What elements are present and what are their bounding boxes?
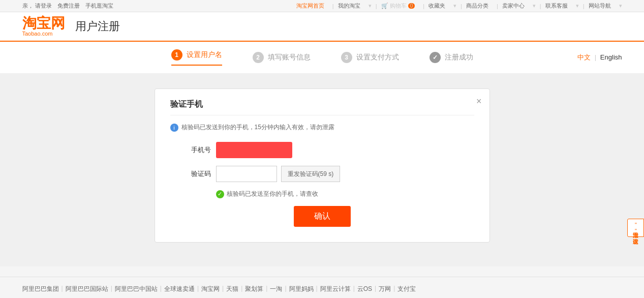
dialog-title: 验证手机 <box>170 99 474 115</box>
step-2-circle: 2 <box>253 52 264 63</box>
cart-link[interactable]: 🛒 购物车 0 <box>381 2 415 10</box>
verify-row: 验证码 重发验证码(59 s) <box>170 166 474 182</box>
logo-text: 淘宝网 <box>22 16 65 31</box>
nav-sep-7: | <box>497 3 498 9</box>
top-nav-right: 淘宝网首页 | 我的淘宝 ▾ | 🛒 购物车 0 | 收藏夹 ▾ | 商品分类 … <box>296 2 622 10</box>
footer-link-12[interactable]: 支付宝 <box>397 285 416 293</box>
footer-link-1[interactable]: 阿里巴巴国际站 <box>66 285 108 293</box>
dialog-info: i 核验码已发送到你的手机，15分钟内输入有效，请勿泄露 <box>170 123 474 132</box>
footer: 阿里巴巴集团 | 阿里巴巴国际站 | 阿里巴巴中国站 | 全球速卖通 | 淘宝网… <box>0 277 644 298</box>
lang-switcher: 中文 | English <box>577 53 622 62</box>
content-area: 验证手机 × i 核验码已发送到你的手机，15分钟内输入有效，请勿泄露 手机号 … <box>0 73 644 266</box>
footer-link-sep-5: | <box>241 285 242 293</box>
dialog-box: 验证手机 × i 核验码已发送到你的手机，15分钟内输入有效，请勿泄露 手机号 … <box>155 88 490 243</box>
nav-sep-11: | <box>583 3 585 9</box>
feedback-button[interactable]: "淘宝注册"改进建议 <box>627 219 644 237</box>
footer-link-sep-4: | <box>222 285 224 293</box>
success-text: 核验码已发送至你的手机，请查收 <box>227 190 318 198</box>
step-4-label: 注册成功 <box>445 53 473 62</box>
nav-sep-3: | <box>376 3 377 9</box>
lang-chinese[interactable]: 中文 <box>577 53 591 61</box>
step-2-label: 填写账号信息 <box>268 53 311 62</box>
nav-sep-5: ▾ <box>453 3 456 9</box>
seller-link[interactable]: 卖家中心 <box>502 2 525 10</box>
footer-link-sep-10: | <box>375 285 376 293</box>
step-3: 3 设置支付方式 <box>341 52 399 63</box>
footer-link-sep-0: | <box>62 285 63 293</box>
nav-sep-2: ▾ <box>369 3 372 9</box>
categories-link[interactable]: 商品分类 <box>466 2 488 10</box>
phone-display <box>216 142 292 158</box>
phone-row: 手机号 <box>170 142 474 158</box>
footer-link-7[interactable]: 一淘 <box>270 285 282 293</box>
nav-sep-10: ▾ <box>576 3 579 9</box>
success-icon: ✓ <box>216 190 224 198</box>
verify-code-input[interactable] <box>216 166 277 182</box>
nav-sep-4: | <box>423 3 424 9</box>
step-2: 2 填写账号信息 <box>253 52 311 63</box>
taobao-home-link[interactable]: 淘宝网首页 <box>296 2 324 10</box>
footer-link-sep-9: | <box>353 285 355 293</box>
step-4: ✓ 注册成功 <box>430 52 473 63</box>
mobile-link[interactable]: 手机逛淘宝 <box>85 3 113 9</box>
logo-sub: Taobao.com <box>22 31 53 37</box>
footer-link-sep-7: | <box>285 285 286 293</box>
register-link[interactable]: 免费注册 <box>57 3 80 9</box>
phone-label: 手机号 <box>170 145 211 155</box>
logo-area[interactable]: 淘宝网 Taobao.com <box>22 16 65 37</box>
footer-link-11[interactable]: 万网 <box>379 285 391 293</box>
footer-link-3[interactable]: 全球速卖通 <box>164 285 195 293</box>
favorites-link[interactable]: 收藏夹 <box>428 2 445 10</box>
success-message: ✓ 核验码已发送至你的手机，请查收 <box>216 190 474 198</box>
footer-link-6[interactable]: 聚划算 <box>245 285 263 293</box>
contact-link[interactable]: 联系客服 <box>545 2 568 10</box>
step-3-label: 设置支付方式 <box>356 53 399 62</box>
nav-sep-1: | <box>332 3 334 9</box>
footer-link-sep-8: | <box>316 285 318 293</box>
lang-separator: | <box>595 53 596 61</box>
guide-link[interactable]: 网站导航 <box>589 2 611 10</box>
greeting-text: 亲， <box>22 3 34 9</box>
verify-label: 验证码 <box>170 169 211 178</box>
step-3-circle: 3 <box>341 52 352 63</box>
step-1-circle: 1 <box>171 49 182 61</box>
dialog-info-text: 核验码已发送到你的手机，15分钟内输入有效，请勿泄露 <box>181 123 334 132</box>
cart-icon: 🛒 <box>381 3 390 9</box>
footer-link-2[interactable]: 阿里巴巴中国站 <box>115 285 158 293</box>
cart-label: 购物车 <box>390 3 407 9</box>
nav-sep-9: | <box>540 3 541 9</box>
footer-link-sep-2: | <box>160 285 162 293</box>
step-4-circle: ✓ <box>430 52 441 63</box>
footer-link-sep-11: | <box>393 285 395 293</box>
footer-link-sep-1: | <box>111 285 112 293</box>
confirm-button[interactable]: 确认 <box>294 206 351 227</box>
steps-area: 1 设置用户名 2 填写账号信息 3 设置支付方式 ✓ 注册成功 <box>0 42 644 73</box>
my-taobao-link[interactable]: 我的淘宝 <box>338 2 360 10</box>
resend-button[interactable]: 重发验证码(59 s) <box>281 166 341 182</box>
top-nav: 亲， 请登录 免费注册 手机逛淘宝 淘宝网首页 | 我的淘宝 ▾ | 🛒 购物车… <box>0 0 644 12</box>
footer-link-9[interactable]: 阿里云计算 <box>320 285 351 293</box>
step-1-label: 设置用户名 <box>187 50 222 59</box>
nav-sep-8: ▾ <box>533 3 536 9</box>
top-nav-left: 亲， 请登录 免费注册 手机逛淘宝 <box>22 2 117 10</box>
page-title: 用户注册 <box>75 19 120 34</box>
footer-link-10[interactable]: 云OS <box>357 285 372 293</box>
footer-link-sep-6: | <box>266 285 267 293</box>
step-1: 1 设置用户名 <box>171 49 222 66</box>
cart-count: 0 <box>408 3 415 9</box>
nav-sep-6: | <box>461 3 462 9</box>
login-link[interactable]: 请登录 <box>35 3 52 9</box>
footer-link-sep-3: | <box>197 285 199 293</box>
footer-link-4[interactable]: 淘宝网 <box>201 285 220 293</box>
footer-link-5[interactable]: 天猫 <box>226 285 238 293</box>
lang-english[interactable]: English <box>600 53 622 61</box>
dialog-close-button[interactable]: × <box>476 97 482 106</box>
nav-sep-12: ▾ <box>619 3 622 9</box>
footer-links: 阿里巴巴集团 | 阿里巴巴国际站 | 阿里巴巴中国站 | 全球速卖通 | 淘宝网… <box>22 285 622 293</box>
info-icon: i <box>170 124 178 132</box>
footer-link-0[interactable]: 阿里巴巴集团 <box>22 285 59 293</box>
header: 淘宝网 Taobao.com 用户注册 <box>0 12 644 42</box>
footer-link-8[interactable]: 阿里妈妈 <box>289 285 314 293</box>
steps-list: 1 设置用户名 2 填写账号信息 3 设置支付方式 ✓ 注册成功 <box>22 49 622 66</box>
